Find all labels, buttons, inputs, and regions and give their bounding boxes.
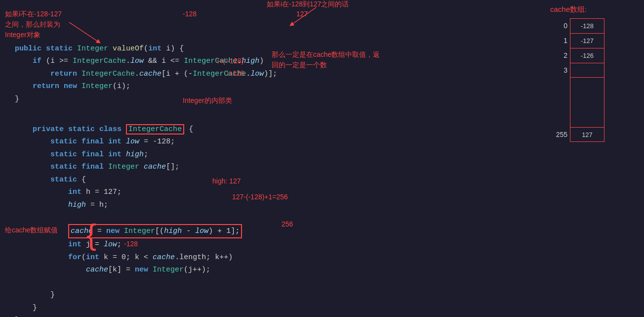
cache-diagram: cache数组: 0 -128 1 -127 2 -126 3 255 1: [545, 0, 644, 317]
cache-index-255: 255: [550, 131, 567, 138]
label-formula: 127-(-128)+1=256: [232, 193, 288, 201]
label-top-left: 如果i不在-128-127 之间，那么封装为 Integer对象: [5, 9, 62, 40]
cache-cell-2: -126: [570, 48, 604, 63]
cache-row-255: 255 127: [550, 127, 634, 142]
label-cache-from: 那么一定是在cache数组中取值，返 回的一定是一个数: [272, 49, 380, 70]
cache-index-1: 1: [550, 37, 567, 45]
cache-cell-3: [570, 63, 604, 78]
cache-title: cache数组:: [550, 5, 634, 14]
cache-cell-255: 127: [570, 127, 604, 142]
cache-row-2: 2 -126: [550, 48, 634, 63]
cache-gap-cell: [570, 78, 604, 127]
cache-cell-1: -127: [570, 33, 604, 48]
cache-index-0: 0: [550, 22, 567, 30]
label-top-right: 如果i在-128到127之间的话: [267, 0, 349, 9]
cache-row-0: 0 -128: [550, 18, 634, 33]
cache-index-2: 2: [550, 51, 567, 59]
main-container: 如果i不在-128-127 之间，那么封装为 Integer对象 如果i在-12…: [0, 0, 644, 317]
label-i-plus128: i+128: [227, 69, 244, 77]
inner-class-code: private static class IntegerCache { stat…: [15, 110, 535, 317]
label-inner-class: Integer的内部类: [183, 96, 232, 105]
label-256: 256: [282, 220, 293, 228]
code-section: 如果i不在-128-127 之间，那么封装为 Integer对象 如果i在-12…: [0, 0, 545, 317]
label-i-minus128: i+(--128): [217, 57, 243, 65]
cache-cell-0: -128: [570, 18, 604, 33]
label-high-127: high: 127: [212, 177, 241, 185]
label-give-cache: 给cache数组赋值: [5, 225, 58, 235]
cache-gap: [550, 78, 634, 127]
label-127-top: 127: [296, 10, 308, 18]
cache-index-3: 3: [550, 66, 567, 74]
cache-row-3: 3: [550, 63, 634, 78]
brace-icon: {: [86, 220, 96, 250]
label-minus128-top: -128: [183, 10, 197, 18]
cache-row-1: 1 -127: [550, 33, 634, 48]
